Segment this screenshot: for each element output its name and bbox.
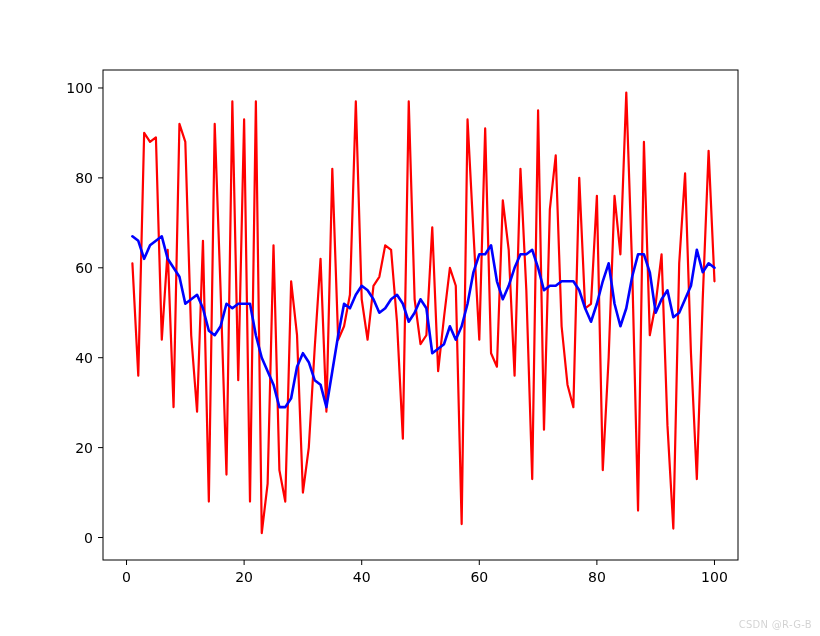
x-tick-label: 0	[122, 569, 131, 585]
y-tick-label: 20	[75, 440, 93, 456]
x-tick-label: 80	[588, 569, 606, 585]
y-tick-label: 40	[75, 350, 93, 366]
series-raw	[132, 92, 714, 533]
line-chart: 020406080100 020406080100	[0, 0, 820, 636]
y-tick-label: 100	[66, 80, 93, 96]
y-tick-label: 0	[84, 530, 93, 546]
x-tick-label: 40	[353, 569, 371, 585]
y-tick-label: 60	[75, 260, 93, 276]
svg-rect-0	[103, 70, 738, 560]
x-tick-label: 20	[235, 569, 253, 585]
y-tick-label: 80	[75, 170, 93, 186]
x-tick-label: 100	[701, 569, 728, 585]
x-tick-label: 60	[470, 569, 488, 585]
